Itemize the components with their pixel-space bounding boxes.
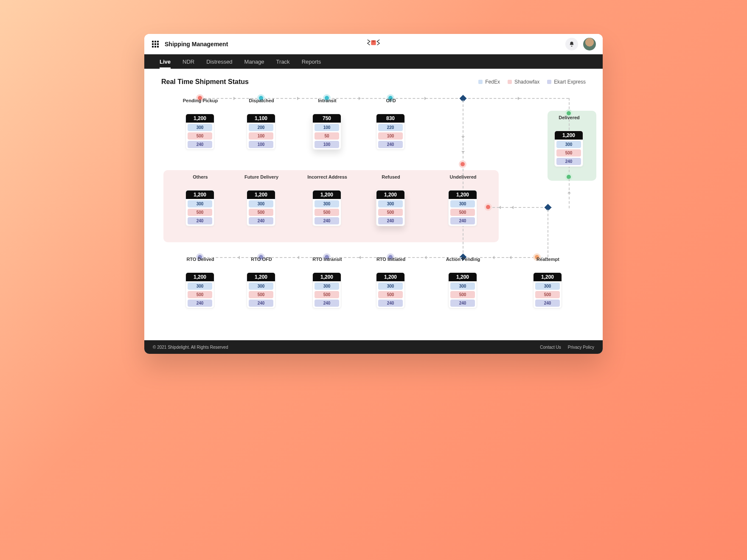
card-future-delivery[interactable]: Future Delivery 1,200 300 500 240 [247, 190, 275, 226]
arrow-icon [424, 97, 427, 100]
card-total: 830 [376, 114, 404, 123]
card-intransit[interactable]: Intransit 750 100 50 100 [312, 114, 341, 150]
card-total: 1,200 [186, 114, 214, 123]
tab-live[interactable]: Live [160, 59, 171, 65]
header-right [565, 38, 596, 50]
card-action-pending[interactable]: Action Pending 1,200 300 500 240 [448, 272, 477, 308]
tab-manage[interactable]: Manage [244, 59, 264, 65]
arrow-icon [511, 206, 514, 209]
card-rto-ofd[interactable]: RTO OFD 1,200 300 500 240 [247, 272, 275, 308]
card-rto-intransit[interactable]: RTO Intransit 1,200 300 500 240 [312, 272, 341, 308]
card-label: Dispatched [232, 98, 291, 103]
card-total: 1,200 [313, 190, 341, 199]
card-reattempt[interactable]: Reattempt 1,200 300 500 240 [533, 272, 562, 308]
flow-line [488, 207, 552, 208]
card-label: Future Delivery [232, 174, 291, 179]
node-dot [461, 162, 465, 166]
card-rto-initiated[interactable]: RTO Initiated 1,200 300 500 240 [376, 272, 405, 308]
card-label: OFD [361, 98, 421, 103]
arrow-icon [518, 97, 520, 100]
card-total: 1,200 [449, 190, 477, 199]
card-label: RTO Intransit [298, 257, 357, 262]
apps-grid-icon[interactable] [152, 41, 159, 48]
page-title: Real Time Shipment Status [161, 78, 249, 86]
card-delivered[interactable]: Delivered 1,200 300 500 240 [554, 131, 583, 167]
card-label: Refused [361, 174, 421, 179]
bell-icon [569, 41, 575, 47]
card-ekart-value: 240 [188, 141, 212, 148]
card-label: Delivered [539, 115, 599, 120]
card-total: 750 [313, 114, 341, 123]
flow-canvas: Pending Pickup 1,200 300 500 240 Dispatc… [161, 96, 586, 333]
tab-ndr[interactable]: NDR [183, 59, 194, 65]
arrow-icon [567, 191, 571, 193]
arrow-icon [424, 256, 427, 259]
arrow-icon [509, 256, 511, 259]
card-dispatched[interactable]: Dispatched 1,100 200 100 100 [247, 114, 275, 150]
top-header: Shipping Management [144, 34, 603, 54]
tab-reports[interactable]: Reports [302, 59, 321, 65]
arrow-icon [461, 136, 465, 138]
node-dot [486, 205, 490, 209]
legend-fedex: FedEx [478, 79, 500, 85]
main-content: Real Time Shipment Status FedEx Shadowfa… [144, 69, 603, 340]
logo [366, 38, 381, 50]
legend-ekart: Ekart Express [547, 79, 586, 85]
tab-distressed[interactable]: Distressed [206, 59, 232, 65]
card-others[interactable]: Others 1,200 300 500 240 [185, 190, 214, 226]
card-label: RTO Initiated [361, 257, 421, 262]
card-label: Intransit [298, 98, 357, 103]
card-total: 1,200 [534, 273, 562, 281]
legend: FedEx Shadowfax Ekart Express [478, 79, 586, 85]
notifications-button[interactable] [565, 38, 578, 50]
tab-track[interactable]: Track [276, 59, 290, 65]
brand-title: Shipping Management [165, 41, 228, 48]
avatar[interactable] [583, 38, 596, 50]
card-incorrect-address[interactable]: Incorrect Address 1,200 300 500 240 [312, 190, 341, 226]
footer-copyright: © 2021 Shipdelight. All Rights Reserved [153, 345, 228, 350]
app-window: Shipping Management Live NDR Distressed … [144, 34, 603, 354]
card-total: 1,200 [186, 273, 214, 281]
flow-line [569, 179, 570, 208]
footer-link-privacy[interactable]: Privacy Policy [568, 345, 594, 350]
card-total: 1,200 [313, 273, 341, 281]
arrow-icon [359, 256, 361, 259]
main-head: Real Time Shipment Status FedEx Shadowfa… [161, 78, 586, 86]
card-refused[interactable]: Refused 1,200 300 500 240 [376, 190, 405, 226]
card-total: 1,200 [376, 273, 404, 281]
card-label: RTO Delived [171, 257, 230, 262]
flow-line [548, 210, 548, 257]
card-total: 1,200 [449, 273, 477, 281]
card-rto-delivered[interactable]: RTO Delived 1,200 300 500 240 [185, 272, 214, 308]
card-total: 1,200 [376, 190, 404, 199]
card-total: 1,100 [247, 114, 275, 123]
card-label: Undelivered [433, 174, 493, 179]
card-fedex-value: 300 [188, 124, 212, 131]
card-total: 1,200 [247, 190, 275, 199]
card-total: 1,200 [186, 190, 214, 199]
arrow-icon [499, 206, 501, 209]
winged-box-icon [366, 38, 381, 49]
svg-rect-1 [372, 40, 375, 42]
footer: © 2021 Shipdelight. All Rights Reserved … [144, 340, 603, 354]
footer-links: Contact Us Privacy Policy [540, 345, 594, 350]
header-left: Shipping Management [144, 34, 236, 54]
arrow-icon [461, 151, 465, 153]
card-label: Action Pending [433, 257, 493, 262]
card-total: 1,200 [555, 131, 583, 140]
nav-tabs: Live NDR Distressed Manage Track Reports [144, 54, 603, 69]
card-ofd[interactable]: OFD 830 220 100 240 [376, 114, 405, 150]
card-shadowfax-value: 500 [188, 132, 212, 140]
card-total: 1,200 [247, 273, 275, 281]
card-label: RTO OFD [232, 257, 291, 262]
card-undelivered[interactable]: Undelivered 1,200 300 500 240 [448, 190, 477, 226]
card-label: Others [171, 174, 230, 179]
card-pending-pickup[interactable]: Pending Pickup 1,200 300 500 240 [185, 114, 214, 150]
card-label: Reattempt [518, 257, 578, 262]
arrow-icon [359, 97, 361, 100]
card-label: Pending Pickup [171, 98, 230, 103]
legend-shadowfax: Shadowfax [508, 79, 539, 85]
card-label: Incorrect Address [298, 174, 357, 179]
footer-link-contact[interactable]: Contact Us [540, 345, 561, 350]
